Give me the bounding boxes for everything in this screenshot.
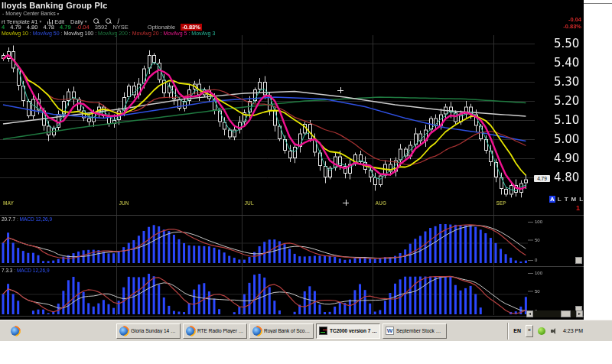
taskbar-button-label: RTE Radio Player - Glor...: [197, 328, 244, 333]
legend-item[interactable]: MovAvg 10: [2, 31, 28, 36]
quote-low: 4.78: [43, 24, 54, 31]
legend-item[interactable]: MovAvg 3: [191, 31, 215, 36]
price-axis-label: 5.20: [554, 94, 582, 108]
month-label: AUG: [376, 200, 386, 206]
firefox-icon: [252, 327, 262, 336]
quote-change: -0.04: [76, 24, 90, 31]
language-indicator[interactable]: EN: [513, 328, 521, 333]
scrollbar-thumb[interactable]: [561, 310, 571, 317]
legend-item[interactable]: MovAvg 50: [33, 31, 60, 36]
price-axis-label: 5.30: [554, 75, 582, 89]
scroll-left-arrow[interactable]: ◂: [526, 310, 533, 317]
red-flag-indicator: 1: [576, 204, 580, 212]
price-axis-label: 5.50: [554, 37, 582, 50]
volume-tray-icon[interactable]: [550, 327, 558, 335]
firefox-quicklaunch-icon[interactable]: [11, 327, 20, 336]
system-tray: EN « 4:23 PM: [507, 323, 583, 340]
optionable-label: Optionable: [148, 24, 175, 31]
taskbar-button[interactable]: Royal Bank of Scotland ...: [249, 323, 314, 339]
taskbar-button-label: September Stock Mark...: [396, 328, 444, 333]
taskbar-buttons: Gloria Sunday 14 Septe...RTE Radio Playe…: [116, 323, 447, 339]
change-percent: -0.83%: [507, 23, 581, 30]
panel-1-scroll-button[interactable]: [575, 257, 582, 264]
tc2000-window: lloyds Banking Group Plc - Money Center …: [0, 0, 584, 320]
price-axis-label: 5.00: [554, 132, 582, 146]
chart-canvas[interactable]: [0, 0, 584, 320]
scroll-right-arrow[interactable]: ▸: [576, 310, 583, 317]
tray-collapse-button[interactable]: «: [526, 325, 533, 337]
quote-exchange: NYSE: [112, 24, 128, 31]
hotkey-l[interactable]: L: [557, 196, 562, 203]
quote-last: 4.79: [60, 24, 71, 31]
taskbar-button[interactable]: RTE Radio Player - Glor...: [183, 323, 247, 339]
hotkey-t[interactable]: T: [564, 196, 569, 203]
taskbar-button-label: Gloria Sunday 14 Septe...: [131, 328, 177, 333]
taskbar-button[interactable]: TC2000 version 7 Gol...: [316, 323, 380, 339]
price-axis-label: 4.80: [554, 171, 582, 184]
quote-row: 4 4.79 4.80 4.78 4.79 -0.04 3592 NYSE Op…: [2, 24, 202, 31]
chevron-down-icon: ▾: [57, 11, 60, 16]
panel-scale-label: 100: [535, 219, 542, 224]
tc2000-icon: [319, 327, 327, 335]
price-axis-label: 4.90: [554, 151, 582, 165]
hotkey-bar: ALTML: [549, 196, 585, 203]
percent-change-badge: -0.83%: [181, 24, 202, 31]
panel-scale-label: 100: [535, 271, 542, 275]
firefox-icon: [186, 327, 195, 336]
taskbar-button-label: Royal Bank of Scotland ...: [264, 328, 311, 333]
hotkey-a[interactable]: A: [549, 196, 555, 203]
price-axis-label: 5.40: [554, 56, 582, 70]
taskbar-button[interactable]: Gloria Sunday 14 Septe...: [116, 323, 181, 339]
panel-scale-label: 0: [535, 258, 537, 262]
window-edge-line: [584, 3, 612, 4]
legend-item[interactable]: MovAvg 200: [98, 31, 128, 36]
quote-volume: 3592: [95, 24, 108, 31]
moving-average-legend: MovAvg 10 : MovAvg 50 : MovAvg 100 : Mov…: [2, 31, 215, 36]
messenger-tray-icon[interactable]: [538, 327, 545, 335]
legend-item[interactable]: MovAvg 100: [63, 31, 93, 36]
indicator-panel-2-label: 7.3.3 : MACD 12,26,9: [2, 268, 50, 273]
bottom-white-margin: [0, 341, 612, 364]
symbol-title: lloyds Banking Group Plc: [2, 1, 108, 10]
quote-prefix: 4: [2, 24, 5, 31]
month-label: MAY: [3, 200, 14, 206]
taskbar-button[interactable]: WSeptember Stock Mark...: [382, 323, 447, 339]
last-price-tag: 4.79: [534, 175, 550, 182]
month-label: JUL: [245, 200, 254, 206]
month-label: JUN: [119, 200, 129, 206]
change-value: -0.04: [507, 16, 581, 23]
change-display: -0.04 -0.83%: [507, 16, 581, 30]
month-label: SEP: [496, 200, 506, 206]
quote-open: 4.79: [10, 24, 21, 31]
taskbar: Gloria Sunday 14 Septe...RTE Radio Playe…: [0, 320, 612, 341]
legend-item[interactable]: MovAvg 5: [163, 31, 187, 36]
desktop-screen: lloyds Banking Group Plc - Money Center …: [0, 0, 612, 364]
quote-high: 4.80: [27, 24, 38, 31]
panel-scale-label: 50: [535, 238, 540, 242]
hotkey-m[interactable]: M: [571, 196, 578, 203]
word-icon: W: [386, 327, 394, 335]
price-axis-label: 5.10: [554, 113, 582, 127]
desktop-background: [584, 0, 612, 320]
firefox-icon: [119, 327, 129, 336]
industry-label: - Money Center Banks: [2, 11, 56, 16]
legend-item[interactable]: MovAvg 20: [132, 31, 159, 36]
horizontal-scrollbar[interactable]: ◂ ▸: [526, 310, 583, 317]
indicator-panel-1-label: 20.7.7 : MACD 12,26,9: [2, 216, 52, 222]
industry-selector[interactable]: - Money Center Banks ▾: [2, 11, 59, 16]
panel-scale-label: 50: [535, 289, 540, 294]
taskbar-button-label: TC2000 version 7 Gol...: [330, 328, 377, 333]
clock: 4:23 PM: [563, 328, 583, 333]
